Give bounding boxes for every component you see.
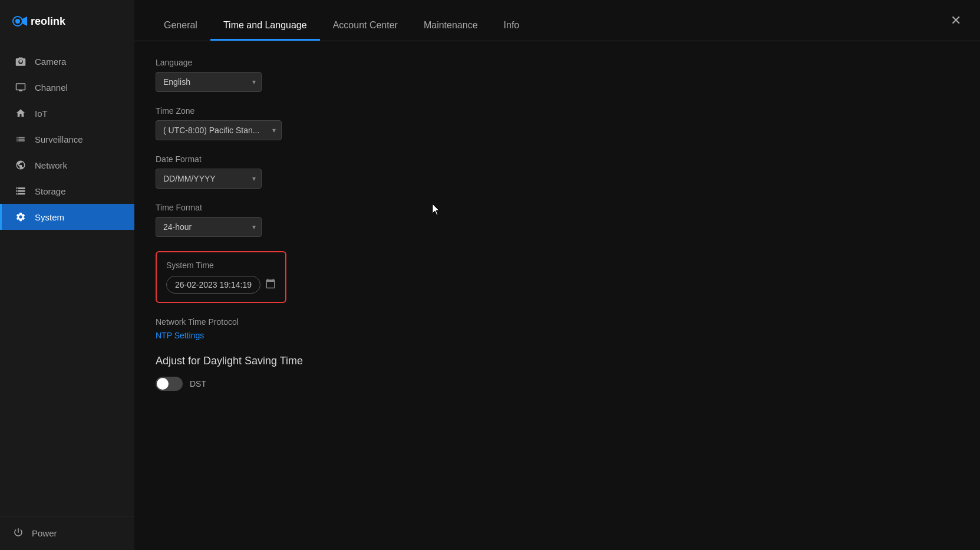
camera-icon: [15, 55, 27, 67]
surveillance-icon: [15, 133, 27, 145]
svg-point-1: [15, 19, 20, 24]
sidebar-item-network[interactable]: Network: [0, 152, 134, 178]
power-button[interactable]: Power: [13, 527, 121, 539]
system-time-box: System Time 26-02-2023 19:14:19: [156, 251, 286, 303]
system-time-value: 26-02-2023 19:14:19: [166, 276, 260, 294]
sidebar-item-system[interactable]: System: [0, 204, 134, 230]
timezone-group: Time Zone ( UTC-8:00) Pacific Stan... (U…: [156, 106, 959, 140]
sidebar-nav: Camera Channel IoT: [0, 42, 134, 516]
system-time-label: System Time: [166, 261, 276, 270]
system-time-group: System Time 26-02-2023 19:14:19: [156, 251, 959, 303]
sidebar-network-label: Network: [35, 160, 67, 170]
settings-content: Language English French German Spanish C…: [134, 41, 980, 550]
close-button[interactable]: ✕: [946, 11, 966, 31]
power-icon: [13, 527, 24, 539]
language-select[interactable]: English French German Spanish Chinese: [156, 72, 262, 92]
dst-toggle-row: DST: [156, 377, 959, 391]
main-content: ✕ General Time and Language Account Cent…: [134, 0, 980, 550]
language-label: Language: [156, 58, 959, 67]
date-format-label: Date Format: [156, 154, 959, 164]
ntp-settings-link[interactable]: NTP Settings: [156, 331, 204, 340]
timezone-select-wrapper: ( UTC-8:00) Pacific Stan... (UTC-5:00) E…: [156, 120, 282, 140]
storage-icon: [15, 185, 27, 197]
date-format-select-wrapper: DD/MM/YYYY MM/DD/YYYY YYYY/MM/DD ▾: [156, 169, 262, 189]
tab-maintenance[interactable]: Maintenance: [411, 14, 491, 41]
date-format-group: Date Format DD/MM/YYYY MM/DD/YYYY YYYY/M…: [156, 154, 959, 189]
reolink-logo: reolink: [12, 11, 77, 32]
network-icon: [15, 159, 27, 171]
time-format-label: Time Format: [156, 203, 959, 212]
tab-account-center[interactable]: Account Center: [320, 14, 411, 41]
svg-text:reolink: reolink: [31, 15, 66, 27]
ntp-label: Network Time Protocol: [156, 317, 959, 327]
tab-info[interactable]: Info: [491, 14, 533, 41]
system-icon: [15, 211, 27, 223]
dst-group: Adjust for Daylight Saving Time DST: [156, 355, 959, 391]
timezone-label: Time Zone: [156, 106, 959, 116]
dst-toggle-knob: [157, 378, 169, 390]
tab-time-and-language[interactable]: Time and Language: [210, 14, 320, 41]
sidebar-camera-label: Camera: [35, 57, 66, 67]
language-select-wrapper: English French German Spanish Chinese ▾: [156, 72, 262, 92]
iot-icon: [15, 107, 27, 119]
timezone-select[interactable]: ( UTC-8:00) Pacific Stan... (UTC-5:00) E…: [156, 120, 282, 140]
sidebar-item-surveillance[interactable]: Surveillance: [0, 126, 134, 152]
tabs-bar: General Time and Language Account Center…: [134, 0, 980, 41]
sidebar-channel-label: Channel: [35, 83, 68, 93]
sidebar-item-storage[interactable]: Storage: [0, 178, 134, 204]
ntp-group: Network Time Protocol NTP Settings: [156, 317, 959, 341]
time-format-group: Time Format 24-hour 12-hour ▾: [156, 203, 959, 237]
dst-heading: Adjust for Daylight Saving Time: [156, 355, 959, 367]
logo-area: reolink: [0, 0, 134, 42]
sidebar-item-camera[interactable]: Camera: [0, 48, 134, 74]
language-group: Language English French German Spanish C…: [156, 58, 959, 92]
calendar-icon[interactable]: [265, 278, 276, 291]
time-format-select[interactable]: 24-hour 12-hour: [156, 217, 262, 237]
sidebar-item-channel[interactable]: Channel: [0, 74, 134, 100]
sidebar-system-label: System: [35, 212, 64, 222]
dst-toggle[interactable]: [156, 377, 183, 391]
sidebar-surveillance-label: Surveillance: [35, 134, 83, 144]
date-format-select[interactable]: DD/MM/YYYY MM/DD/YYYY YYYY/MM/DD: [156, 169, 262, 189]
sidebar-iot-label: IoT: [35, 108, 48, 118]
sidebar: reolink Camera Channel: [0, 0, 134, 550]
sidebar-item-iot[interactable]: IoT: [0, 100, 134, 126]
sidebar-storage-label: Storage: [35, 186, 66, 196]
time-format-select-wrapper: 24-hour 12-hour ▾: [156, 217, 262, 237]
system-time-input-row: 26-02-2023 19:14:19: [166, 276, 276, 294]
power-label: Power: [32, 528, 57, 538]
dst-toggle-label: DST: [190, 379, 206, 388]
channel-icon: [15, 81, 27, 93]
tab-general[interactable]: General: [151, 14, 210, 41]
sidebar-bottom: Power: [0, 516, 134, 550]
